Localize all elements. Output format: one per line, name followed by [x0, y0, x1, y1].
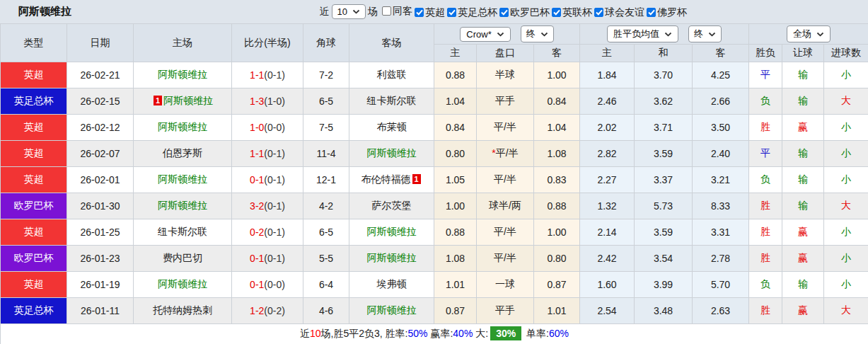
filter-checkbox-item[interactable]: 球会友谊 [594, 6, 644, 19]
crow-home-odds: 1.01 [434, 272, 477, 298]
filter-checkbox-item[interactable]: 英足总杯 [447, 6, 497, 19]
mean-draw-odds: 3.54 [635, 246, 693, 272]
scope-value: 全场 [793, 28, 811, 40]
crow-away-odds: 1.01 [534, 298, 580, 324]
mean-home-odds: 2.54 [580, 298, 635, 324]
handicap-result-cell: 输 [782, 141, 824, 167]
goals-result-cell: 小 [824, 115, 868, 141]
crow-home-odds: 0.84 [434, 115, 477, 141]
away-team-name: 阿斯顿维拉 [367, 147, 417, 159]
mean-away-odds: 2.63 [693, 298, 749, 324]
result-cell: 胜 [749, 298, 782, 324]
away-team-cell: 阿斯顿维拉 [349, 298, 434, 324]
corners-cell: 5-5 [303, 246, 349, 272]
fulltime-score: 1-0 [250, 122, 264, 133]
checkbox-icon[interactable] [647, 8, 656, 17]
corners-cell: 12-1 [303, 167, 349, 193]
crow-home-odds: 1.00 [434, 193, 477, 219]
filter-checkbox-item[interactable]: 欧罗巴杯 [499, 6, 550, 19]
corners-cell: 4-2 [303, 193, 349, 219]
score-cell: 0-1(0-1) [232, 246, 303, 272]
filter-checkbox-item[interactable]: 同客 [382, 5, 412, 18]
summary-row: 近10场,胜5平2负3, 胜率:50% 赢率:40% 大:30% 单率:60% [1, 324, 868, 344]
crow-away-odds: 0.80 [534, 246, 580, 272]
mean-draw-odds: 3.37 [635, 167, 693, 193]
topbar: 阿斯顿维拉 近 10 场 同客英超英足总杯欧罗巴杯英联杯球会友谊佛罗杯 [0, 0, 868, 23]
mean-away-odds: 3.50 [693, 115, 749, 141]
league-cell: 欧罗巴杯 [1, 193, 67, 219]
away-team-cell: 布莱顿 [349, 115, 434, 141]
handicap-result-cell: 赢 [782, 115, 824, 141]
summary-segment: 40% [453, 328, 473, 339]
mean-home-odds: 2.02 [580, 115, 635, 141]
away-team-cell: 利兹联 [349, 62, 434, 88]
result-cell: 负 [749, 272, 782, 298]
mean-type-select[interactable]: 胜平负均值 [607, 25, 678, 42]
checkbox-icon[interactable] [447, 8, 456, 17]
mean-away-odds: 2.40 [693, 141, 749, 167]
checkbox-icon[interactable] [552, 8, 561, 17]
mean-home-odds: 2.42 [580, 246, 635, 272]
home-team-cell: 阿斯顿维拉 [134, 62, 232, 88]
subcol-mean-away: 客 [693, 45, 749, 62]
summary-text: 近10场,胜5平2负3, 胜率:50% 赢率:40% 大:30% 单率:60% [1, 324, 868, 344]
league-cell: 英超 [1, 115, 67, 141]
away-team-name: 阿斯顿维拉 [367, 252, 417, 263]
checkbox-icon[interactable] [499, 8, 509, 17]
star-marker: * [492, 147, 495, 159]
mean-time-select[interactable]: 终 [688, 25, 722, 42]
red-card-badge: 1 [412, 174, 421, 184]
halftime-score: (0-2) [264, 305, 285, 316]
filter-checkbox-item[interactable]: 英联杯 [552, 6, 592, 19]
col-header-corners: 角球 [303, 24, 349, 62]
mean-time-value: 终 [694, 28, 703, 40]
home-team-name: 阿斯顿维拉 [158, 121, 207, 132]
match-row: 英超26-01-25纽卡斯尔联0-2(0-1)6-5阿斯顿维拉0.88平/半1.… [1, 219, 868, 246]
summary-segment: 近 [300, 328, 310, 339]
home-team-cell: 阿斯顿维拉 [134, 193, 232, 219]
goals-result-cell: 小 [824, 219, 868, 246]
away-team-cell: 阿斯顿维拉 [349, 141, 434, 167]
filter-checkbox-item[interactable]: 英超 [415, 6, 445, 19]
goals-result-cell: 大 [824, 88, 868, 115]
home-team-cell: 托特纳姆热刺 [134, 298, 232, 324]
subcol-goals: 进球数 [824, 45, 868, 62]
handicap-result-cell: 输 [782, 272, 824, 298]
scope-select[interactable]: 全场 [787, 25, 831, 42]
league-cell: 英足总杯 [1, 88, 67, 115]
halftime-score: (0-0) [264, 279, 285, 290]
handicap-cell: 平/半 [477, 246, 534, 272]
checkbox-icon[interactable] [415, 8, 424, 17]
match-row: 欧罗巴杯26-01-23费内巴切0-1(0-1)5-5阿斯顿维拉1.08平/半0… [1, 246, 868, 272]
halftime-score: (1-0) [264, 96, 285, 107]
away-team-name: 布伦特福德 [361, 173, 411, 185]
recent-matches-value: 10 [337, 6, 347, 17]
away-team-cell: 埃弗顿 [349, 272, 434, 298]
checkbox-icon[interactable] [382, 6, 391, 16]
match-row: 英足总杯26-02-151阿斯顿维拉1-3(1-0)6-5纽卡斯尔联1.04平手… [1, 88, 868, 115]
home-team-name: 阿斯顿维拉 [158, 278, 207, 289]
col-header-score: 比分(半场) [232, 24, 303, 62]
mean-home-odds: 1.32 [580, 193, 635, 219]
league-cell: 英超 [1, 141, 67, 167]
recent-matches-select[interactable]: 10 [332, 4, 366, 19]
handicap-cell: 平手 [477, 88, 534, 115]
odds-time-select[interactable]: 终 [521, 25, 554, 42]
match-row: 英足总杯26-01-11托特纳姆热刺1-2(0-2)4-6阿斯顿维拉0.87平手… [1, 298, 868, 324]
filter-checkbox-item[interactable]: 佛罗杯 [647, 6, 687, 19]
score-cell: 1-2(0-2) [232, 298, 303, 324]
match-row: 英超26-01-19阿斯顿维拉0-1(0-0)6-4埃弗顿1.01一球0.871… [1, 272, 868, 298]
date-cell: 26-01-30 [67, 193, 134, 219]
checkbox-label: 同客 [393, 5, 412, 18]
checkbox-icon[interactable] [594, 8, 603, 17]
mean-draw-odds: 3.62 [635, 88, 693, 115]
crow-away-odds: 0.83 [534, 167, 580, 193]
mean-draw-odds: 3.59 [635, 141, 693, 167]
odds-source-select[interactable]: Crow* [460, 27, 510, 42]
result-cell: 胜 [749, 115, 782, 141]
goals-result-cell: 小 [824, 272, 868, 298]
goals-result-cell: 小 [824, 167, 868, 193]
col-header-type: 类型 [1, 24, 67, 62]
subcol-crow-home: 主 [434, 45, 477, 62]
checkbox-label: 英联杯 [562, 6, 592, 19]
